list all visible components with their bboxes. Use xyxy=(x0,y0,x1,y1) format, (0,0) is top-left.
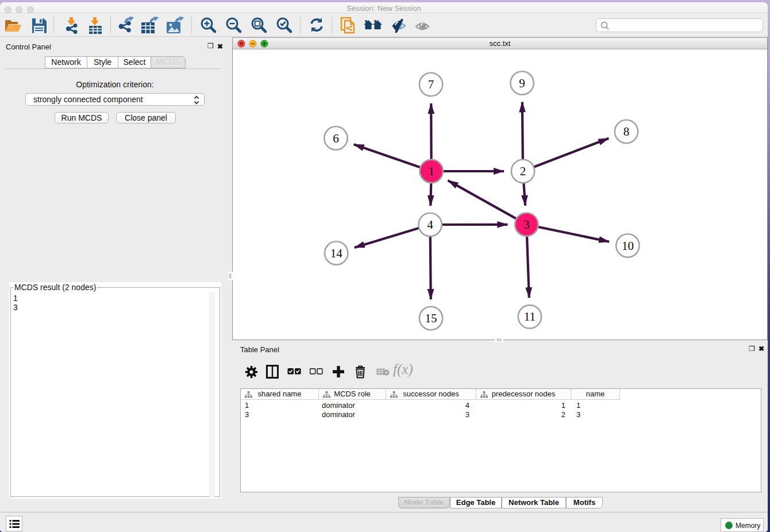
svg-text:4: 4 xyxy=(427,218,433,232)
svg-text:14: 14 xyxy=(330,246,343,260)
svg-text:6: 6 xyxy=(333,132,339,145)
svg-text:15: 15 xyxy=(425,311,437,325)
svg-text:8: 8 xyxy=(623,125,630,138)
svg-text:11: 11 xyxy=(524,310,536,323)
svg-text:3: 3 xyxy=(523,218,530,232)
svg-text:2: 2 xyxy=(520,164,526,178)
svg-text:1: 1 xyxy=(428,164,434,178)
svg-text:10: 10 xyxy=(622,239,634,253)
svg-text:7: 7 xyxy=(428,78,434,91)
svg-text:9: 9 xyxy=(519,76,525,90)
